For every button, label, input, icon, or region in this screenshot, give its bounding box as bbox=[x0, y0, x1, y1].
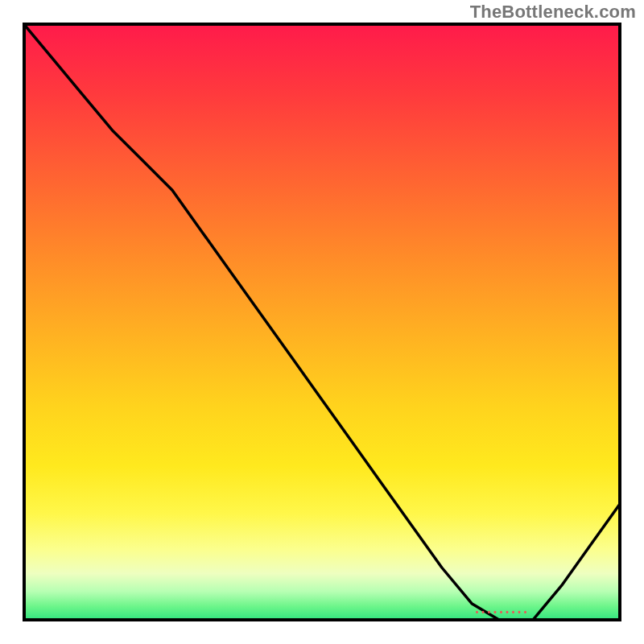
watermark-text: TheBottleneck.com bbox=[470, 2, 636, 23]
bottleneck-curve bbox=[23, 23, 621, 621]
chart-container: TheBottleneck.com ••••••••• bbox=[0, 0, 644, 644]
optimal-marker: ••••••••• bbox=[476, 608, 530, 617]
plot-area: ••••••••• bbox=[23, 23, 621, 621]
